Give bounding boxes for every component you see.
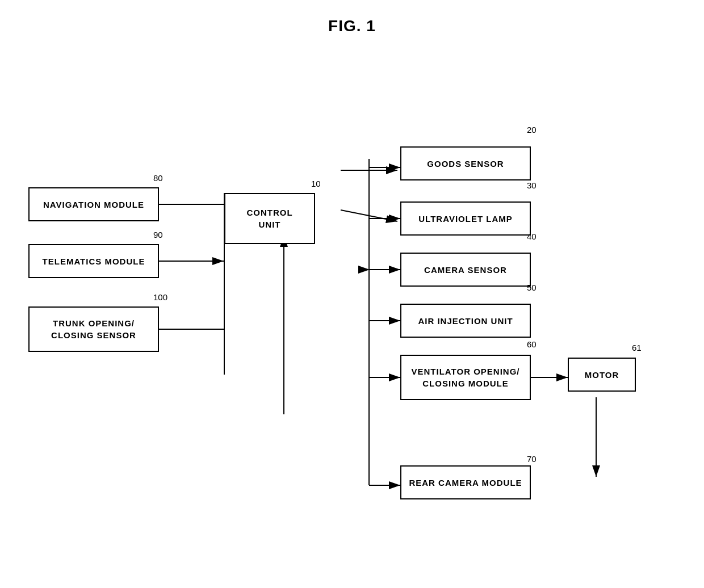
ventilator-box: VENTILATOR OPENING/ CLOSING MODULE: [400, 355, 531, 400]
ventilator-ref: 60: [527, 339, 537, 349]
navigation-box: NAVIGATION MODULE: [28, 187, 159, 221]
rear-camera-box: REAR CAMERA MODULE: [400, 465, 531, 499]
air-injection-box: AIR INJECTION UNIT: [400, 304, 531, 338]
ultraviolet-lamp-label: ULTRAVIOLET LAMP: [418, 213, 512, 225]
camera-sensor-box: CAMERA SENSOR: [400, 253, 531, 287]
diagram-container: FIG. 1: [0, 0, 704, 588]
camera-sensor-ref: 40: [527, 232, 537, 241]
navigation-label: NAVIGATION MODULE: [43, 199, 144, 211]
control-unit-box: CONTROL UNIT: [224, 193, 315, 244]
camera-sensor-label: CAMERA SENSOR: [424, 264, 507, 276]
fig-title: FIG. 1: [0, 0, 704, 35]
rear-camera-label: REAR CAMERA MODULE: [409, 477, 522, 489]
rear-camera-ref: 70: [527, 454, 537, 464]
trunk-sensor-box: TRUNK OPENING/ CLOSING SENSOR: [28, 306, 159, 352]
goods-sensor-box: GOODS SENSOR: [400, 146, 531, 180]
air-injection-ref: 50: [527, 283, 537, 292]
trunk-sensor-ref: 100: [153, 292, 167, 302]
control-unit-label: CONTROL UNIT: [246, 207, 292, 230]
telematics-box: TELEMATICS MODULE: [28, 244, 159, 278]
arrows-svg: [0, 0, 704, 588]
goods-sensor-label: GOODS SENSOR: [427, 158, 504, 170]
control-unit-ref: 10: [311, 179, 321, 188]
motor-label: MOTOR: [585, 369, 619, 381]
svg-line-3: [341, 210, 397, 221]
motor-box: MOTOR: [568, 358, 636, 392]
air-injection-label: AIR INJECTION UNIT: [418, 315, 513, 327]
ventilator-label: VENTILATOR OPENING/ CLOSING MODULE: [412, 366, 520, 389]
motor-ref: 61: [632, 343, 642, 352]
goods-sensor-ref: 20: [527, 125, 537, 135]
ultraviolet-lamp-ref: 30: [527, 180, 537, 190]
ultraviolet-lamp-box: ULTRAVIOLET LAMP: [400, 201, 531, 236]
navigation-ref: 80: [153, 173, 163, 183]
telematics-ref: 90: [153, 230, 163, 240]
trunk-sensor-label: TRUNK OPENING/ CLOSING SENSOR: [51, 317, 136, 341]
telematics-label: TELEMATICS MODULE: [43, 255, 145, 267]
